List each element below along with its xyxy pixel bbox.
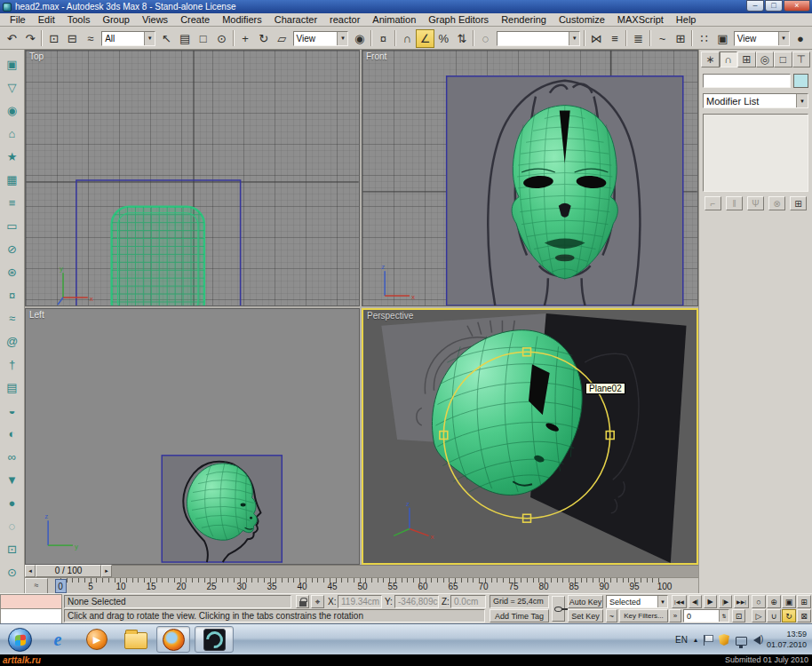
card-icon[interactable]: ▤ [2, 376, 23, 399]
display-tab-icon[interactable]: □ [774, 52, 792, 67]
bind-to-space-warp-icon[interactable]: ≈ [82, 29, 100, 48]
show-hidden-icons-icon[interactable]: ▴ [694, 636, 697, 644]
key-scope-dropdown[interactable]: Selected ▼ [606, 595, 668, 608]
chevron-down-icon[interactable]: ▼ [778, 32, 789, 45]
object-name-field[interactable] [703, 74, 791, 88]
zoom-extents-all-icon[interactable]: ⊞ [797, 595, 811, 608]
modifier-stack-list[interactable] [703, 114, 808, 192]
3ds-max-taskbar-button[interactable] [195, 626, 234, 653]
show-end-result-icon[interactable]: ‖ [726, 196, 743, 210]
front-viewport-canvas[interactable]: z x [362, 51, 697, 305]
figure-icon[interactable]: † [2, 353, 23, 376]
viewport-perspective[interactable]: Perspective [362, 308, 698, 565]
menu-item[interactable]: Group [96, 14, 136, 25]
listener-macro-pane[interactable] [0, 594, 62, 609]
key-mode-toggle-icon[interactable]: » [669, 609, 681, 622]
shirt-m-icon[interactable]: ▼ [2, 468, 23, 491]
modifier-list-dropdown[interactable]: Modifier List ▼ [703, 93, 808, 108]
internet-explorer-button[interactable]: e [41, 626, 75, 653]
named-selection-sets-dropdown[interactable]: ▼ [497, 31, 580, 46]
lock-selection-icon[interactable] [296, 595, 309, 608]
keyboard-shortcut-override-icon[interactable] [552, 596, 565, 622]
top-viewport-canvas[interactable]: y x [26, 51, 359, 305]
next-frame-icon[interactable]: |▶ [719, 595, 732, 608]
minimize-button[interactable]: – [746, 0, 764, 12]
pan-hand-icon[interactable]: ∪ [767, 609, 781, 622]
select-by-name-icon[interactable]: ▤ [176, 29, 195, 48]
network-icon[interactable] [736, 637, 747, 646]
menu-item[interactable]: Graph Editors [422, 14, 495, 25]
viewport-left[interactable]: Left [25, 308, 360, 565]
motion-tab-icon[interactable]: ◎ [756, 52, 775, 67]
menu-item[interactable]: Rendering [495, 14, 553, 25]
menu-item[interactable]: Tools [61, 14, 97, 25]
x-coordinate-field[interactable]: 119.34cm [338, 595, 382, 608]
ball-m-icon[interactable]: ● [2, 491, 23, 514]
schematic-view-icon[interactable]: ⊞ [672, 29, 690, 48]
add-time-tag-button[interactable]: Add Time Tag [490, 609, 549, 622]
listener-script-pane[interactable] [0, 609, 62, 624]
render-preset-dropdown[interactable]: View ▼ [734, 31, 790, 46]
set-key-button[interactable]: Set Key [568, 609, 603, 622]
viewport-top-label[interactable]: Top [29, 52, 44, 61]
unlink-selection-icon[interactable]: ⊟ [63, 29, 82, 48]
viewport-perspective-label[interactable]: Perspective [367, 311, 413, 321]
uac-shield-icon[interactable] [719, 634, 729, 646]
reference-coordinate-system-dropdown[interactable]: View ▼ [293, 31, 349, 46]
chevron-down-icon[interactable]: ▼ [337, 32, 347, 45]
start-button[interactable] [3, 626, 36, 653]
time-slider-prev-icon[interactable]: ◂ [25, 565, 36, 577]
menu-item[interactable]: Views [136, 14, 174, 25]
tray-clock[interactable]: 13:59 01.07.2010 [767, 630, 807, 650]
object-color-swatch[interactable] [793, 74, 808, 88]
menu-item[interactable]: Character [268, 14, 323, 25]
angle-snap-toggle-icon[interactable]: ∠ [416, 29, 434, 48]
key-filters-button[interactable]: Key Filters... [619, 609, 668, 622]
waves-icon[interactable]: ≈ [2, 306, 23, 329]
hierarchy-tab-icon[interactable]: ⊞ [737, 52, 756, 67]
current-frame-field[interactable]: 0 ⇅ [683, 609, 729, 622]
capsule-icon[interactable]: ▭ [2, 214, 23, 237]
play-animation-icon[interactable]: ▶ [704, 595, 717, 608]
palette-icon[interactable]: ◐ [2, 422, 23, 445]
spinner-icon[interactable]: ⇅ [719, 610, 728, 622]
viewport-top[interactable]: Top [25, 50, 360, 306]
time-slider-track[interactable] [112, 565, 698, 577]
chevron-down-icon[interactable]: ▼ [144, 32, 155, 45]
make-unique-icon[interactable]: Ψ [747, 196, 764, 210]
firefox-button[interactable] [156, 626, 190, 653]
language-indicator[interactable]: EN [675, 635, 688, 645]
create-tab-icon[interactable]: ∗ [701, 52, 720, 67]
menu-item[interactable]: MAXScript [611, 14, 670, 25]
disc-m-icon[interactable]: ◌ [2, 514, 23, 537]
bowl-icon[interactable]: ◒ [2, 399, 23, 422]
checkerboard-icon[interactable]: ▦ [2, 168, 23, 191]
maxscript-mini-listener[interactable] [0, 594, 62, 624]
time-slider-next-icon[interactable]: ▸ [101, 565, 112, 577]
absolute-offset-mode-icon[interactable]: ⌖ [311, 595, 324, 608]
quick-render-icon[interactable]: ● [792, 29, 810, 48]
menu-item[interactable]: File [4, 14, 32, 25]
align-icon[interactable]: ≡ [606, 29, 625, 48]
viewport-left-label[interactable]: Left [29, 310, 44, 320]
zoom-extents-icon[interactable]: ▣ [782, 595, 796, 608]
chevron-down-icon[interactable]: ▼ [796, 94, 808, 107]
menu-item[interactable]: Create [174, 14, 216, 25]
curve-editor-icon[interactable]: ~ [653, 29, 672, 48]
chain-icon[interactable]: ∞ [2, 445, 23, 468]
chevron-down-icon[interactable]: ▼ [657, 596, 667, 607]
title-bar[interactable]: head2.max - Autodesk 3ds Max 8 - Stand-a… [0, 0, 812, 13]
track-bar-ruler[interactable]: 0510152025303540455055606570758085909510… [48, 578, 673, 593]
configure-modifier-sets-icon[interactable]: ⊞ [790, 196, 807, 210]
chevron-down-icon[interactable]: ▼ [569, 32, 579, 45]
flower-icon[interactable]: ¤ [2, 283, 23, 306]
sphere-icon[interactable]: ◉ [2, 99, 23, 122]
select-and-scale-icon[interactable]: ▱ [273, 29, 291, 48]
window-crossing-icon[interactable]: ⊙ [212, 29, 231, 48]
modify-tab-icon[interactable]: ∩ [720, 52, 738, 67]
named-selection-sets-icon[interactable]: ◌ [476, 29, 495, 48]
auto-key-button[interactable]: Auto Key [568, 595, 603, 608]
select-and-rotate-icon[interactable]: ↻ [254, 29, 273, 48]
percent-snap-toggle-icon[interactable]: % [434, 29, 453, 48]
select-and-move-icon[interactable]: + [236, 29, 255, 48]
